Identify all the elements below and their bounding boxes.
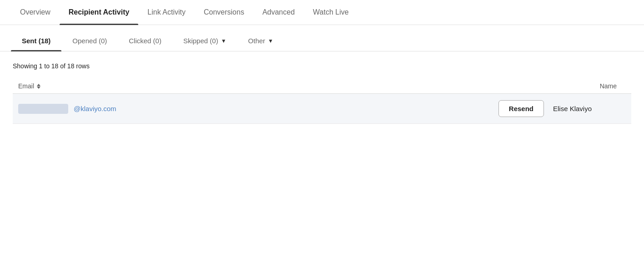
row-count-label: Showing 1 to 18 of 18 rows xyxy=(13,62,631,70)
tab-watch-live[interactable]: Watch Live xyxy=(304,0,358,25)
chevron-down-icon: ▼ xyxy=(268,38,273,44)
email-cell: @klaviyo.com xyxy=(18,104,498,114)
subtab-skipped[interactable]: Skipped (0) ▼ xyxy=(172,31,237,51)
tab-conversions[interactable]: Conversions xyxy=(195,0,253,25)
subtab-opened[interactable]: Opened (0) xyxy=(61,31,118,51)
tab-advanced[interactable]: Advanced xyxy=(253,0,304,25)
recipient-table: Email Name @klaviyo.com Resend Elise Kla… xyxy=(13,79,631,124)
email-blur-placeholder xyxy=(18,104,68,114)
tab-link-activity[interactable]: Link Activity xyxy=(138,0,195,25)
subtab-clicked[interactable]: Clicked (0) xyxy=(118,31,172,51)
tab-overview[interactable]: Overview xyxy=(11,0,60,25)
subtab-sent[interactable]: Sent (18) xyxy=(11,31,61,51)
name-cell: Elise Klaviyo xyxy=(553,105,626,112)
name-column-header: Name xyxy=(600,82,626,90)
sort-icon xyxy=(37,84,40,89)
email-column-header[interactable]: Email xyxy=(18,82,109,90)
table-header: Email Name xyxy=(13,79,631,94)
sort-up-icon xyxy=(37,84,40,86)
tab-recipient-activity[interactable]: Recipient Activity xyxy=(60,0,139,25)
main-content: Showing 1 to 18 of 18 rows Email Name @k… xyxy=(0,51,644,135)
subtab-other[interactable]: Other ▼ xyxy=(237,31,284,51)
top-navigation: Overview Recipient Activity Link Activit… xyxy=(0,0,644,25)
sort-down-icon xyxy=(37,87,40,89)
email-domain: @klaviyo.com xyxy=(74,105,116,112)
chevron-down-icon: ▼ xyxy=(221,38,226,44)
secondary-navigation: Sent (18) Opened (0) Clicked (0) Skipped… xyxy=(0,31,644,51)
table-row: @klaviyo.com Resend Elise Klaviyo xyxy=(13,94,631,124)
resend-button[interactable]: Resend xyxy=(498,100,544,117)
